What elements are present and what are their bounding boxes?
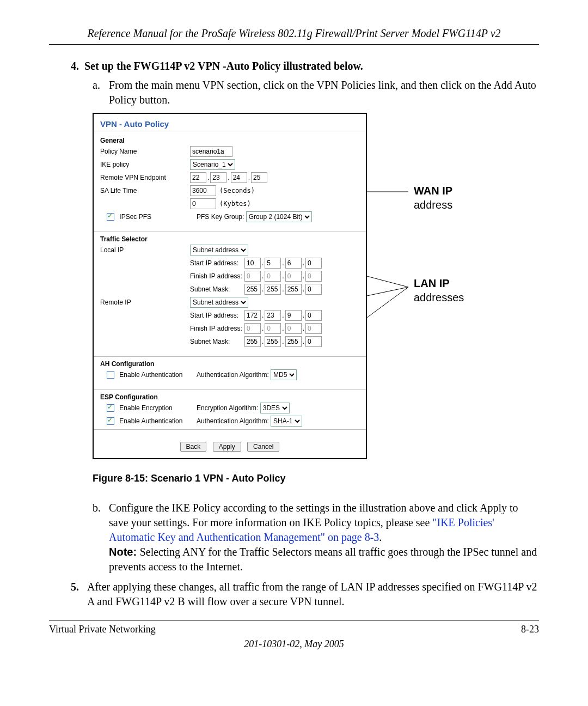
ah-config-heading: AH Configuration <box>100 360 359 368</box>
sa-kbytes-input[interactable] <box>190 198 216 209</box>
local-finish-ip-label: Finish IP address: <box>190 272 244 280</box>
step-4-heading: 4. Set up the FWG114P v2 VPN -Auto Polic… <box>71 60 539 72</box>
cancel-button[interactable]: Cancel <box>247 442 279 452</box>
remote-mask-oct1[interactable] <box>244 336 261 347</box>
local-finish-oct4[interactable] <box>305 271 322 282</box>
remote-endpoint-label: Remote VPN Endpoint <box>100 174 190 181</box>
local-start-oct2[interactable] <box>265 258 281 269</box>
apply-button[interactable]: Apply <box>213 442 241 452</box>
ah-enable-auth-label: Enable Authentication <box>119 371 182 379</box>
remote-start-oct4[interactable] <box>305 310 322 321</box>
remote-ip-label: Remote IP <box>100 299 190 306</box>
footer-left: Virtual Private Networking <box>49 624 156 635</box>
remote-ep-oct3[interactable] <box>231 172 247 183</box>
remote-mask-oct2[interactable] <box>265 336 281 347</box>
local-subnet-mask-label: Subnet Mask: <box>190 285 244 293</box>
remote-finish-oct1[interactable] <box>244 323 261 334</box>
ah-enable-auth-checkbox[interactable] <box>107 371 114 379</box>
policy-name-input[interactable] <box>190 146 232 157</box>
local-mask-oct1[interactable] <box>244 284 261 295</box>
figure-caption: Figure 8-15: Scenario 1 VPN - Auto Polic… <box>93 473 539 484</box>
remote-start-ip-label: Start IP address: <box>190 312 244 319</box>
sa-kbytes-unit: (Kybtes) <box>219 200 251 208</box>
esp-config-heading: ESP Configuration <box>100 393 359 401</box>
panel-title: VPN - Auto Policy <box>94 114 366 131</box>
esp-enable-enc-label: Enable Encryption <box>119 404 172 412</box>
annotation-wan-ip: WAN IPaddress <box>414 184 452 212</box>
remote-start-oct2[interactable] <box>265 310 281 321</box>
local-finish-oct2[interactable] <box>265 271 281 282</box>
ipsec-pfs-label: IPSec PFS <box>119 213 151 221</box>
esp-enc-algo-select[interactable]: 3DES <box>260 403 290 413</box>
esp-enable-enc-checkbox[interactable] <box>107 404 114 412</box>
remote-ip-type-select[interactable]: Subnet address <box>190 297 248 308</box>
policy-name-label: Policy Name <box>100 148 190 155</box>
local-ip-label: Local IP <box>100 246 190 254</box>
ipsec-pfs-checkbox[interactable] <box>107 213 114 221</box>
pfs-key-group-label: PFS Key Group: <box>197 213 244 221</box>
remote-subnet-mask-label: Subnet Mask: <box>190 338 244 345</box>
local-ip-type-select[interactable]: Subnet address <box>190 245 248 255</box>
esp-enc-algo-label: Encryption Algorithm: <box>197 404 258 412</box>
esp-auth-algo-select[interactable]: SHA-1 <box>271 416 302 427</box>
figure-8-15: WAN IPaddress LAN IPaddresses VPN - Auto… <box>93 113 539 459</box>
esp-enable-auth-checkbox[interactable] <box>107 417 114 425</box>
remote-finish-oct4[interactable] <box>305 323 322 334</box>
doc-id: 201-10301-02, May 2005 <box>49 638 539 650</box>
local-start-oct3[interactable] <box>285 258 302 269</box>
annotation-lan-ip: LAN IPaddresses <box>414 276 464 305</box>
footer-right: 8-23 <box>521 624 539 635</box>
ike-policy-label: IKE policy <box>100 161 190 168</box>
esp-enable-auth-label: Enable Authentication <box>119 417 182 425</box>
local-start-oct1[interactable] <box>244 258 261 269</box>
ah-auth-algo-select[interactable]: MD5 <box>271 369 297 380</box>
local-start-ip-label: Start IP address: <box>190 259 244 267</box>
step-4b: b. Configure the IKE Policy according to… <box>93 501 539 574</box>
local-finish-oct1[interactable] <box>244 271 261 282</box>
remote-mask-oct4[interactable] <box>305 336 322 347</box>
remote-ep-oct1[interactable] <box>190 172 206 183</box>
remote-finish-ip-label: Finish IP address: <box>190 325 244 332</box>
remote-finish-oct3[interactable] <box>285 323 302 334</box>
local-finish-oct3[interactable] <box>285 271 302 282</box>
remote-finish-oct2[interactable] <box>265 323 281 334</box>
vpn-auto-policy-panel: VPN - Auto Policy General Policy Name IK… <box>93 113 367 459</box>
sa-life-time-label: SA Life Time <box>100 187 190 194</box>
general-heading: General <box>100 137 359 144</box>
traffic-selector-heading: Traffic Selector <box>100 235 359 243</box>
page-footer: Virtual Private Networking 8-23 <box>49 620 539 635</box>
local-start-oct4[interactable] <box>305 258 322 269</box>
remote-start-oct1[interactable] <box>244 310 261 321</box>
local-mask-oct4[interactable] <box>305 284 322 295</box>
pfs-key-group-select[interactable]: Group 2 (1024 Bit) <box>246 211 312 222</box>
step-4a: a. From the main menu VPN section, click… <box>93 78 539 107</box>
local-mask-oct2[interactable] <box>265 284 281 295</box>
sa-seconds-unit: (Seconds) <box>219 187 255 194</box>
remote-mask-oct3[interactable] <box>285 336 302 347</box>
ike-policy-select[interactable]: Scenario_1 <box>190 159 235 170</box>
remote-ep-oct2[interactable] <box>210 172 226 183</box>
ah-auth-algo-label: Authentication Algorithm: <box>197 371 269 379</box>
sa-seconds-input[interactable] <box>190 185 216 196</box>
back-button[interactable]: Back <box>180 442 207 452</box>
local-mask-oct3[interactable] <box>285 284 302 295</box>
esp-auth-algo-label: Authentication Algorithm: <box>197 417 269 425</box>
remote-start-oct3[interactable] <box>285 310 302 321</box>
step-5: 5. After applying these changes, all tra… <box>71 580 539 609</box>
remote-ep-oct4[interactable] <box>251 172 267 183</box>
manual-header: Reference Manual for the ProSafe Wireles… <box>49 27 539 45</box>
